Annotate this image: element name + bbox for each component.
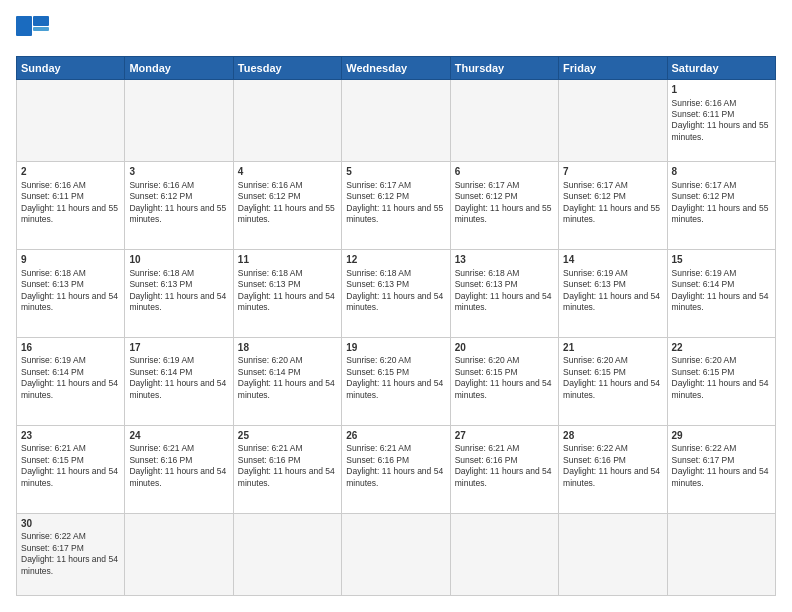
table-row: 10Sunrise: 6:18 AMSunset: 6:13 PMDayligh… xyxy=(125,250,233,338)
daylight-label: Daylight: 11 hours and 54 minutes. xyxy=(238,291,335,312)
day-number: 12 xyxy=(346,253,445,267)
day-number: 28 xyxy=(563,429,662,443)
daylight-label: Daylight: 11 hours and 54 minutes. xyxy=(129,378,226,399)
day-number: 1 xyxy=(672,83,771,97)
sunrise-label: Sunrise: 6:19 AM xyxy=(129,355,194,365)
daylight-label: Daylight: 11 hours and 54 minutes. xyxy=(238,378,335,399)
daylight-label: Daylight: 11 hours and 55 minutes. xyxy=(455,203,552,224)
sunrise-label: Sunrise: 6:21 AM xyxy=(455,443,520,453)
svg-rect-2 xyxy=(33,27,49,31)
sunset-label: Sunset: 6:11 PM xyxy=(21,191,84,201)
daylight-label: Daylight: 11 hours and 54 minutes. xyxy=(21,554,118,575)
sunrise-label: Sunrise: 6:20 AM xyxy=(563,355,628,365)
daylight-label: Daylight: 11 hours and 55 minutes. xyxy=(672,120,769,141)
daylight-label: Daylight: 11 hours and 54 minutes. xyxy=(672,378,769,399)
daylight-label: Daylight: 11 hours and 54 minutes. xyxy=(346,466,443,487)
table-row: 1Sunrise: 6:16 AMSunset: 6:11 PMDaylight… xyxy=(667,80,775,162)
sunrise-label: Sunrise: 6:19 AM xyxy=(672,268,737,278)
day-number: 3 xyxy=(129,165,228,179)
calendar: Sunday Monday Tuesday Wednesday Thursday… xyxy=(16,56,776,596)
sunset-label: Sunset: 6:13 PM xyxy=(129,279,192,289)
day-number: 13 xyxy=(455,253,554,267)
day-number: 25 xyxy=(238,429,337,443)
day-number: 7 xyxy=(563,165,662,179)
daylight-label: Daylight: 11 hours and 54 minutes. xyxy=(455,378,552,399)
daylight-label: Daylight: 11 hours and 54 minutes. xyxy=(563,378,660,399)
table-row: 30Sunrise: 6:22 AMSunset: 6:17 PMDayligh… xyxy=(17,513,125,595)
sunrise-label: Sunrise: 6:18 AM xyxy=(21,268,86,278)
table-row: 17Sunrise: 6:19 AMSunset: 6:14 PMDayligh… xyxy=(125,337,233,425)
sunrise-label: Sunrise: 6:19 AM xyxy=(21,355,86,365)
sunset-label: Sunset: 6:14 PM xyxy=(672,279,735,289)
table-row xyxy=(450,513,558,595)
table-row: 21Sunrise: 6:20 AMSunset: 6:15 PMDayligh… xyxy=(559,337,667,425)
calendar-week-row: 1Sunrise: 6:16 AMSunset: 6:11 PMDaylight… xyxy=(17,80,776,162)
table-row: 27Sunrise: 6:21 AMSunset: 6:16 PMDayligh… xyxy=(450,425,558,513)
sunset-label: Sunset: 6:16 PM xyxy=(563,455,626,465)
sunset-label: Sunset: 6:12 PM xyxy=(346,191,409,201)
table-row xyxy=(667,513,775,595)
sunset-label: Sunset: 6:13 PM xyxy=(455,279,518,289)
sunset-label: Sunset: 6:16 PM xyxy=(129,455,192,465)
sunset-label: Sunset: 6:12 PM xyxy=(563,191,626,201)
sunrise-label: Sunrise: 6:20 AM xyxy=(455,355,520,365)
table-row xyxy=(233,80,341,162)
sunset-label: Sunset: 6:13 PM xyxy=(238,279,301,289)
sunrise-label: Sunrise: 6:16 AM xyxy=(672,98,737,108)
sunset-label: Sunset: 6:15 PM xyxy=(21,455,84,465)
day-number: 29 xyxy=(672,429,771,443)
sunset-label: Sunset: 6:16 PM xyxy=(455,455,518,465)
logo xyxy=(16,16,56,46)
sunrise-label: Sunrise: 6:21 AM xyxy=(346,443,411,453)
sunset-label: Sunset: 6:17 PM xyxy=(21,543,84,553)
table-row: 29Sunrise: 6:22 AMSunset: 6:17 PMDayligh… xyxy=(667,425,775,513)
table-row: 24Sunrise: 6:21 AMSunset: 6:16 PMDayligh… xyxy=(125,425,233,513)
sunset-label: Sunset: 6:12 PM xyxy=(129,191,192,201)
daylight-label: Daylight: 11 hours and 55 minutes. xyxy=(672,203,769,224)
day-number: 9 xyxy=(21,253,120,267)
day-number: 30 xyxy=(21,517,120,531)
day-number: 15 xyxy=(672,253,771,267)
svg-rect-1 xyxy=(33,16,49,26)
table-row xyxy=(125,80,233,162)
table-row: 5Sunrise: 6:17 AMSunset: 6:12 PMDaylight… xyxy=(342,162,450,250)
sunset-label: Sunset: 6:14 PM xyxy=(129,367,192,377)
sunset-label: Sunset: 6:12 PM xyxy=(672,191,735,201)
calendar-header: Sunday Monday Tuesday Wednesday Thursday… xyxy=(17,57,776,80)
day-number: 18 xyxy=(238,341,337,355)
sunset-label: Sunset: 6:15 PM xyxy=(563,367,626,377)
sunset-label: Sunset: 6:16 PM xyxy=(346,455,409,465)
day-number: 16 xyxy=(21,341,120,355)
daylight-label: Daylight: 11 hours and 54 minutes. xyxy=(21,291,118,312)
day-number: 5 xyxy=(346,165,445,179)
day-number: 4 xyxy=(238,165,337,179)
day-number: 11 xyxy=(238,253,337,267)
daylight-label: Daylight: 11 hours and 55 minutes. xyxy=(238,203,335,224)
col-tuesday: Tuesday xyxy=(233,57,341,80)
logo-icon xyxy=(16,16,52,46)
daylight-label: Daylight: 11 hours and 54 minutes. xyxy=(455,466,552,487)
sunrise-label: Sunrise: 6:18 AM xyxy=(455,268,520,278)
calendar-week-row: 23Sunrise: 6:21 AMSunset: 6:15 PMDayligh… xyxy=(17,425,776,513)
col-monday: Monday xyxy=(125,57,233,80)
table-row: 7Sunrise: 6:17 AMSunset: 6:12 PMDaylight… xyxy=(559,162,667,250)
daylight-label: Daylight: 11 hours and 55 minutes. xyxy=(129,203,226,224)
sunset-label: Sunset: 6:12 PM xyxy=(455,191,518,201)
sunset-label: Sunset: 6:13 PM xyxy=(563,279,626,289)
sunset-label: Sunset: 6:15 PM xyxy=(455,367,518,377)
sunrise-label: Sunrise: 6:22 AM xyxy=(21,531,86,541)
table-row: 26Sunrise: 6:21 AMSunset: 6:16 PMDayligh… xyxy=(342,425,450,513)
table-row: 13Sunrise: 6:18 AMSunset: 6:13 PMDayligh… xyxy=(450,250,558,338)
sunset-label: Sunset: 6:15 PM xyxy=(346,367,409,377)
table-row xyxy=(559,80,667,162)
day-number: 26 xyxy=(346,429,445,443)
table-row xyxy=(342,513,450,595)
daylight-label: Daylight: 11 hours and 54 minutes. xyxy=(563,291,660,312)
sunrise-label: Sunrise: 6:20 AM xyxy=(346,355,411,365)
table-row: 28Sunrise: 6:22 AMSunset: 6:16 PMDayligh… xyxy=(559,425,667,513)
daylight-label: Daylight: 11 hours and 54 minutes. xyxy=(238,466,335,487)
daylight-label: Daylight: 11 hours and 54 minutes. xyxy=(563,466,660,487)
table-row: 16Sunrise: 6:19 AMSunset: 6:14 PMDayligh… xyxy=(17,337,125,425)
sunrise-label: Sunrise: 6:19 AM xyxy=(563,268,628,278)
sunrise-label: Sunrise: 6:16 AM xyxy=(21,180,86,190)
